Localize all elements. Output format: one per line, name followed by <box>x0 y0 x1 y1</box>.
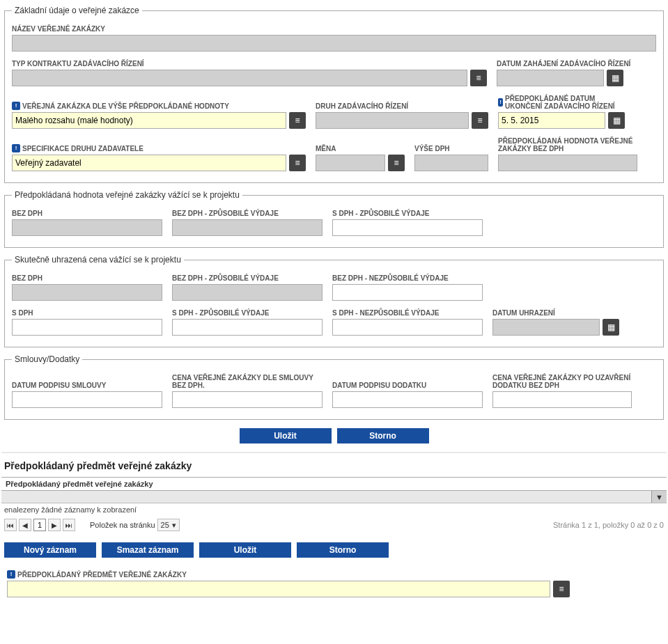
p3-s-dph-zp-input[interactable] <box>172 319 323 336</box>
label-p3-s-dph-zp: S DPH - ZPŮSOBILÉ VÝDAJE <box>172 309 323 317</box>
pager-page-input[interactable] <box>33 519 46 531</box>
label-cena-po-uzav: CENA VEŘEJNÉ ZAKÁZKY PO UZAVŘENÍ DODATKU… <box>492 374 632 389</box>
predp-hodnota-bez-dph-input[interactable] <box>498 155 637 171</box>
p3-bez-dph-nzp-input[interactable] <box>332 284 483 301</box>
spec-zadavatele-picker-icon[interactable]: ≡ <box>289 155 306 171</box>
grid-filter-row: ▼ <box>1 491 667 503</box>
mena-input[interactable] <box>316 155 385 171</box>
label-druh-rizeni: DRUH ZADÁVACÍHO ŘÍZENÍ <box>316 102 488 110</box>
required-icon: ! <box>12 102 20 110</box>
ulozit2-button[interactable]: Uložit <box>199 542 291 558</box>
ulozit-button[interactable]: Uložit <box>240 428 332 443</box>
label-datum-podpisu-sml: DATUM PODPISU SMLOUVY <box>12 382 162 389</box>
fieldset-smlouvy-dodatky: Smlouvy/Dodatky DATUM PODPISU SMLOUVY CE… <box>4 354 664 420</box>
typ-kontraktu-input[interactable] <box>12 70 467 86</box>
label-p2-bez-dph: BEZ DPH <box>12 210 162 217</box>
required-icon: ! <box>7 570 15 579</box>
mena-picker-icon[interactable]: ≡ <box>388 155 405 171</box>
label-cena-sml-bez-dph: CENA VEŘEJNÉ ZAKÁZKY DLE SMLOUVY BEZ DPH… <box>172 374 323 389</box>
predp-predmet-vz-input[interactable] <box>7 581 550 597</box>
pager-polozek-label: Položek na stránku <box>90 521 155 529</box>
pager-first-icon[interactable]: ⏮ <box>4 519 17 531</box>
typ-kontraktu-picker-icon[interactable]: ≡ <box>470 70 487 86</box>
label-p2-s-dph-zp: S DPH - ZPŮSOBILÉ VÝDAJE <box>332 210 483 217</box>
pager-last-icon[interactable]: ⏭ <box>63 519 75 531</box>
label-p2-bez-dph-zp: BEZ DPH - ZPŮSOBILÉ VÝDAJE <box>172 210 323 217</box>
p3-s-dph-input[interactable] <box>12 319 162 336</box>
p3-bez-dph-input[interactable] <box>12 284 162 301</box>
datum-zahajeni-cal-icon[interactable]: ▦ <box>607 70 623 86</box>
label-spec-zadavatele: ! SPECIFIKACE DRUHU ZADAVATELE <box>12 144 306 152</box>
grid-empty-text: enalezeny žádné záznamy k zobrazení <box>1 503 667 516</box>
label-p3-s-dph: S DPH <box>12 309 162 317</box>
label-mena: MĚNA <box>316 145 405 152</box>
label-vyse-dph: VÝŠE DPH <box>414 145 488 152</box>
datum-zahajeni-input[interactable] <box>497 70 604 86</box>
datum-podpisu-sml-input[interactable] <box>12 391 162 408</box>
p3-datum-uhr-cal-icon[interactable]: ▦ <box>603 319 619 336</box>
spec-zadavatele-input[interactable] <box>12 155 286 171</box>
grid-header: Předpokládaný předmět veřejné zakázky <box>1 477 667 491</box>
label-nazev-vz: NÁZEV VEŘEJNÉ ZAKÁZKY <box>12 25 656 33</box>
vz-dle-vyse-input[interactable] <box>12 112 286 129</box>
novy-zaznam-button[interactable]: Nový záznam <box>4 542 96 558</box>
required-icon: ! <box>12 144 20 152</box>
legend-predp-hodnota: Předpokládaná hodnota veřejné zakázky vá… <box>12 190 242 200</box>
p3-s-dph-nzp-input[interactable] <box>332 319 483 336</box>
pager-prev-icon[interactable]: ◀ <box>19 519 31 531</box>
legend-smlouvy: Smlouvy/Dodatky <box>12 354 82 364</box>
label-p3-bez-dph-zp: BEZ DPH - ZPŮSOBILÉ VÝDAJE <box>172 274 323 282</box>
fieldset-predp-hodnota-projekt: Předpokládaná hodnota veřejné zakázky vá… <box>4 190 664 248</box>
chevron-down-icon: ▾ <box>172 521 176 530</box>
cena-po-uzav-input[interactable] <box>492 391 632 408</box>
label-p3-datum-uhr: DATUM UHRAZENÍ <box>492 309 656 317</box>
fieldset-zakladni-udaje: Základní údaje o veřejné zakázce NÁZEV V… <box>4 6 664 183</box>
predp-datum-ukonc-cal-icon[interactable]: ▦ <box>608 112 625 129</box>
label-typ-kontraktu: TYP KONTRAKTU ZADÁVACÍHO ŘÍZENÍ <box>12 60 487 68</box>
label-datum-podpisu-dod: DATUM PODPISU DODATKU <box>332 382 483 389</box>
label-p3-bez-dph: BEZ DPH <box>12 274 162 282</box>
storno-button[interactable]: Storno <box>337 428 429 443</box>
fieldset-skutecne-uhrazena: Skutečně uhrazená cena vážící se k proje… <box>4 255 664 347</box>
label-p3-bez-dph-nzp: BEZ DPH - NEZPŮSOBILÉ VÝDAJE <box>332 274 483 282</box>
p3-datum-uhr-input[interactable] <box>492 319 600 336</box>
pager-size-select[interactable]: 25 ▾ <box>157 519 180 531</box>
p2-bez-dph-zp-input[interactable] <box>172 219 323 236</box>
cena-sml-bez-dph-input[interactable] <box>172 391 323 408</box>
druh-rizeni-input[interactable] <box>316 112 469 129</box>
required-icon: ! <box>498 98 503 107</box>
vz-dle-vyse-picker-icon[interactable]: ≡ <box>289 112 306 129</box>
grid-filter-icon[interactable]: ▼ <box>651 491 667 503</box>
p2-s-dph-zp-input[interactable] <box>332 219 483 236</box>
smazat-zaznam-button[interactable]: Smazat záznam <box>102 542 194 558</box>
druh-rizeni-picker-icon[interactable]: ≡ <box>472 112 488 129</box>
label-predp-datum-ukonc: ! PŘEDPOKLÁDANÉ DATUM UKONČENÍ ZADÁVACÍH… <box>498 95 623 110</box>
datum-podpisu-dod-input[interactable] <box>332 391 483 408</box>
label-predp-predmet-vz: ! PŘEDPOKLÁDANÝ PŘEDMĚT VEŘEJNÉ ZAKÁZKY <box>7 570 661 579</box>
pager-next-icon[interactable]: ▶ <box>48 519 61 531</box>
label-p3-s-dph-nzp: S DPH - NEZPŮSOBILÉ VÝDAJE <box>332 309 483 317</box>
pager-info: Stránka 1 z 1, položky 0 až 0 z 0 <box>553 521 664 529</box>
divider <box>1 452 667 453</box>
vyse-dph-input[interactable] <box>414 155 488 171</box>
storno2-button[interactable]: Storno <box>297 542 389 558</box>
legend-skutecne: Skutečně uhrazená cena vážící se k proje… <box>12 255 184 265</box>
legend-zakladni: Základní údaje o veřejné zakázce <box>12 6 142 15</box>
nazev-vz-input[interactable] <box>12 35 656 52</box>
predp-datum-ukonc-input[interactable] <box>498 112 605 129</box>
label-vz-dle-vyse: ! VEŘEJNÁ ZAKÁZKA DLE VÝŠE PŘEDPOKLÁDANÉ… <box>12 102 306 110</box>
label-datum-zahajeni: DATUM ZAHÁJENÍ ZADÁVACÍHO ŘÍZENÍ <box>497 60 656 68</box>
predp-predmet-picker-icon[interactable]: ≡ <box>553 581 570 597</box>
grid-col-predmet[interactable]: Předpokládaný předmět veřejné zakázky <box>6 480 153 488</box>
label-predp-hodnota-bez-dph: PŘEDPOKLÁDANÁ HODNOTA VEŘEJNÉ ZAKÁZKY BE… <box>498 137 637 152</box>
p2-bez-dph-input[interactable] <box>12 219 162 236</box>
p3-bez-dph-zp-input[interactable] <box>172 284 323 301</box>
section-title-predp-predmet: Předpokládaný předmět veřejné zakázky <box>4 460 664 471</box>
